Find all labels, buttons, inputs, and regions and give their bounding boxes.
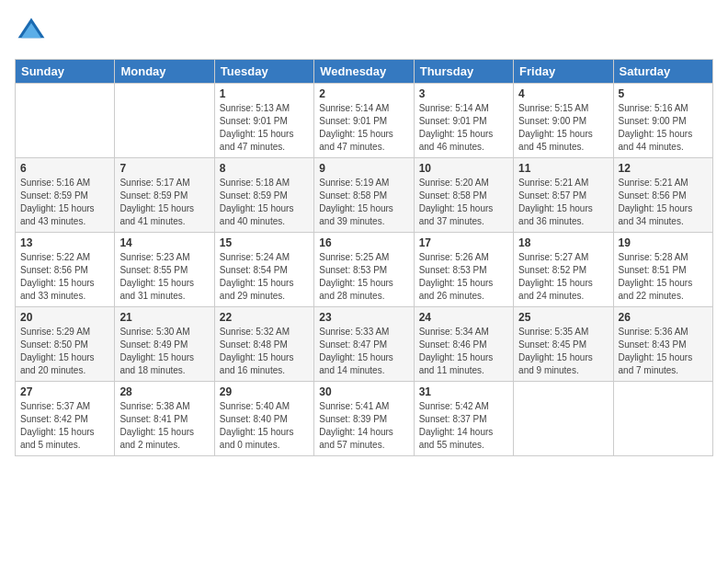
- day-info: Sunrise: 5:14 AM Sunset: 9:01 PM Dayligh…: [319, 102, 408, 154]
- day-info: Sunrise: 5:28 AM Sunset: 8:51 PM Dayligh…: [619, 251, 708, 303]
- calendar-cell: 13Sunrise: 5:22 AM Sunset: 8:56 PM Dayli…: [16, 233, 115, 307]
- day-info: Sunrise: 5:23 AM Sunset: 8:55 PM Dayligh…: [119, 251, 209, 303]
- day-info: Sunrise: 5:32 AM Sunset: 8:48 PM Dayligh…: [220, 326, 309, 377]
- calendar-cell: [613, 382, 712, 456]
- day-number: 17: [419, 236, 508, 249]
- logo: [15, 15, 51, 48]
- calendar-week-row: 6Sunrise: 5:16 AM Sunset: 8:59 PM Daylig…: [16, 158, 713, 233]
- day-info: Sunrise: 5:18 AM Sunset: 8:59 PM Dayligh…: [220, 177, 309, 228]
- day-info: Sunrise: 5:15 AM Sunset: 9:00 PM Dayligh…: [518, 102, 608, 154]
- day-info: Sunrise: 5:19 AM Sunset: 8:58 PM Dayligh…: [319, 177, 408, 228]
- calendar-cell: 10Sunrise: 5:20 AM Sunset: 8:58 PM Dayli…: [414, 158, 513, 233]
- calendar-cell: 15Sunrise: 5:24 AM Sunset: 8:54 PM Dayli…: [214, 233, 313, 307]
- calendar-cell: 26Sunrise: 5:36 AM Sunset: 8:43 PM Dayli…: [613, 307, 712, 382]
- calendar-header-row: SundayMondayTuesdayWednesdayThursdayFrid…: [16, 60, 713, 84]
- day-info: Sunrise: 5:16 AM Sunset: 8:59 PM Dayligh…: [20, 177, 109, 228]
- day-info: Sunrise: 5:40 AM Sunset: 8:40 PM Dayligh…: [220, 400, 309, 452]
- day-number: 31: [419, 385, 508, 398]
- calendar-cell: 29Sunrise: 5:40 AM Sunset: 8:40 PM Dayli…: [214, 382, 313, 456]
- day-info: Sunrise: 5:13 AM Sunset: 9:01 PM Dayligh…: [220, 102, 309, 154]
- calendar-table: SundayMondayTuesdayWednesdayThursdayFrid…: [15, 59, 713, 456]
- calendar-cell: 8Sunrise: 5:18 AM Sunset: 8:59 PM Daylig…: [214, 158, 313, 233]
- day-number: 20: [20, 311, 109, 324]
- day-info: Sunrise: 5:17 AM Sunset: 8:59 PM Dayligh…: [119, 177, 209, 228]
- page-header: [15, 15, 713, 48]
- calendar-week-row: 1Sunrise: 5:13 AM Sunset: 9:01 PM Daylig…: [16, 84, 713, 158]
- calendar-cell: 2Sunrise: 5:14 AM Sunset: 9:01 PM Daylig…: [314, 84, 414, 158]
- day-number: 8: [220, 162, 309, 175]
- day-number: 1: [220, 87, 309, 100]
- day-number: 14: [119, 236, 209, 249]
- calendar-week-row: 20Sunrise: 5:29 AM Sunset: 8:50 PM Dayli…: [16, 307, 713, 382]
- day-number: 18: [518, 236, 608, 249]
- calendar-cell: 9Sunrise: 5:19 AM Sunset: 8:58 PM Daylig…: [314, 158, 414, 233]
- day-info: Sunrise: 5:37 AM Sunset: 8:42 PM Dayligh…: [20, 400, 109, 452]
- calendar-cell: 21Sunrise: 5:30 AM Sunset: 8:49 PM Dayli…: [115, 307, 214, 382]
- day-number: 9: [319, 162, 408, 175]
- calendar-cell: [514, 382, 613, 456]
- calendar-cell: 20Sunrise: 5:29 AM Sunset: 8:50 PM Dayli…: [16, 307, 115, 382]
- day-number: 26: [619, 311, 708, 324]
- day-info: Sunrise: 5:36 AM Sunset: 8:43 PM Dayligh…: [619, 326, 708, 377]
- day-of-week-header: Tuesday: [214, 60, 313, 84]
- calendar-cell: 14Sunrise: 5:23 AM Sunset: 8:55 PM Dayli…: [115, 233, 214, 307]
- day-info: Sunrise: 5:24 AM Sunset: 8:54 PM Dayligh…: [220, 251, 309, 303]
- calendar-cell: 6Sunrise: 5:16 AM Sunset: 8:59 PM Daylig…: [16, 158, 115, 233]
- day-info: Sunrise: 5:20 AM Sunset: 8:58 PM Dayligh…: [419, 177, 508, 228]
- day-number: 2: [319, 87, 408, 100]
- day-of-week-header: Monday: [115, 60, 214, 84]
- day-number: 22: [220, 311, 309, 324]
- calendar-cell: 25Sunrise: 5:35 AM Sunset: 8:45 PM Dayli…: [514, 307, 613, 382]
- day-info: Sunrise: 5:38 AM Sunset: 8:41 PM Dayligh…: [119, 400, 209, 452]
- calendar-cell: [16, 84, 115, 158]
- day-info: Sunrise: 5:21 AM Sunset: 8:56 PM Dayligh…: [619, 177, 708, 228]
- calendar-cell: 24Sunrise: 5:34 AM Sunset: 8:46 PM Dayli…: [414, 307, 513, 382]
- calendar-cell: 27Sunrise: 5:37 AM Sunset: 8:42 PM Dayli…: [16, 382, 115, 456]
- calendar-cell: 19Sunrise: 5:28 AM Sunset: 8:51 PM Dayli…: [613, 233, 712, 307]
- day-number: 16: [319, 236, 408, 249]
- calendar-week-row: 27Sunrise: 5:37 AM Sunset: 8:42 PM Dayli…: [16, 382, 713, 456]
- calendar-cell: 16Sunrise: 5:25 AM Sunset: 8:53 PM Dayli…: [314, 233, 414, 307]
- calendar-cell: 18Sunrise: 5:27 AM Sunset: 8:52 PM Dayli…: [514, 233, 613, 307]
- day-number: 21: [119, 311, 209, 324]
- day-number: 12: [619, 162, 708, 175]
- day-number: 30: [319, 385, 408, 398]
- day-of-week-header: Sunday: [16, 60, 115, 84]
- calendar-cell: 1Sunrise: 5:13 AM Sunset: 9:01 PM Daylig…: [214, 84, 313, 158]
- day-of-week-header: Saturday: [613, 60, 712, 84]
- calendar-cell: 5Sunrise: 5:16 AM Sunset: 9:00 PM Daylig…: [613, 84, 712, 158]
- day-info: Sunrise: 5:16 AM Sunset: 9:00 PM Dayligh…: [619, 102, 708, 154]
- day-number: 27: [20, 385, 109, 398]
- calendar-cell: 12Sunrise: 5:21 AM Sunset: 8:56 PM Dayli…: [613, 158, 712, 233]
- day-info: Sunrise: 5:29 AM Sunset: 8:50 PM Dayligh…: [20, 326, 109, 377]
- day-number: 10: [419, 162, 508, 175]
- day-info: Sunrise: 5:34 AM Sunset: 8:46 PM Dayligh…: [419, 326, 508, 377]
- calendar-cell: 30Sunrise: 5:41 AM Sunset: 8:39 PM Dayli…: [314, 382, 414, 456]
- calendar-cell: 11Sunrise: 5:21 AM Sunset: 8:57 PM Dayli…: [514, 158, 613, 233]
- day-number: 25: [518, 311, 608, 324]
- day-info: Sunrise: 5:26 AM Sunset: 8:53 PM Dayligh…: [419, 251, 508, 303]
- calendar-cell: [115, 84, 214, 158]
- day-info: Sunrise: 5:41 AM Sunset: 8:39 PM Dayligh…: [319, 400, 408, 452]
- day-info: Sunrise: 5:33 AM Sunset: 8:47 PM Dayligh…: [319, 326, 408, 377]
- calendar-cell: 28Sunrise: 5:38 AM Sunset: 8:41 PM Dayli…: [115, 382, 214, 456]
- day-number: 5: [619, 87, 708, 100]
- calendar-week-row: 13Sunrise: 5:22 AM Sunset: 8:56 PM Dayli…: [16, 233, 713, 307]
- day-info: Sunrise: 5:25 AM Sunset: 8:53 PM Dayligh…: [319, 251, 408, 303]
- day-info: Sunrise: 5:21 AM Sunset: 8:57 PM Dayligh…: [518, 177, 608, 228]
- day-number: 29: [220, 385, 309, 398]
- calendar-cell: 17Sunrise: 5:26 AM Sunset: 8:53 PM Dayli…: [414, 233, 513, 307]
- day-number: 24: [419, 311, 508, 324]
- day-info: Sunrise: 5:30 AM Sunset: 8:49 PM Dayligh…: [119, 326, 209, 377]
- day-info: Sunrise: 5:27 AM Sunset: 8:52 PM Dayligh…: [518, 251, 608, 303]
- day-info: Sunrise: 5:35 AM Sunset: 8:45 PM Dayligh…: [518, 326, 608, 377]
- day-number: 11: [518, 162, 608, 175]
- day-of-week-header: Wednesday: [314, 60, 414, 84]
- calendar-cell: 7Sunrise: 5:17 AM Sunset: 8:59 PM Daylig…: [115, 158, 214, 233]
- calendar-cell: 4Sunrise: 5:15 AM Sunset: 9:00 PM Daylig…: [514, 84, 613, 158]
- day-number: 23: [319, 311, 408, 324]
- calendar-cell: 3Sunrise: 5:14 AM Sunset: 9:01 PM Daylig…: [414, 84, 513, 158]
- calendar-cell: 23Sunrise: 5:33 AM Sunset: 8:47 PM Dayli…: [314, 307, 414, 382]
- calendar-cell: 22Sunrise: 5:32 AM Sunset: 8:48 PM Dayli…: [214, 307, 313, 382]
- day-of-week-header: Thursday: [414, 60, 513, 84]
